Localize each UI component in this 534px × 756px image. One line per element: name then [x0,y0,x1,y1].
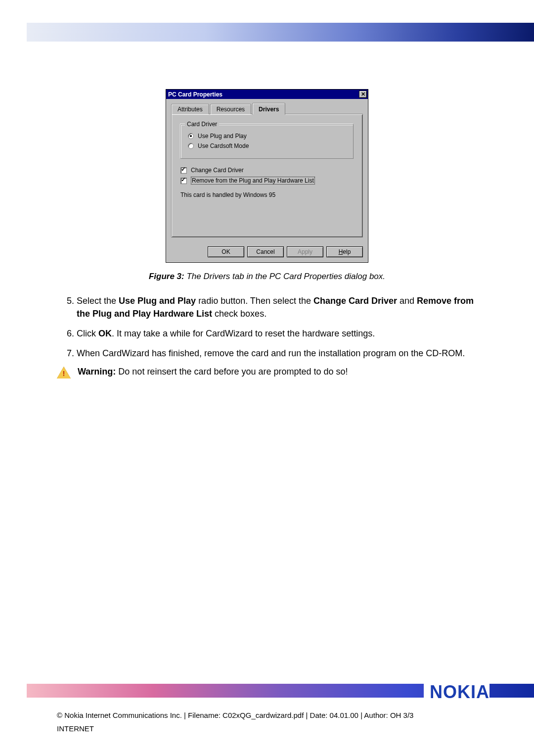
tab-attributes[interactable]: Attributes [171,104,209,114]
instruction-list: Select the Use Plug and Play radio butto… [57,294,477,360]
checkbox-icon [180,167,187,174]
warning-icon [57,367,71,379]
checkbox-label: Change Card Driver [191,167,244,174]
radio-label: Use Cardsoft Mode [198,142,249,149]
close-icon[interactable]: ✕ [359,91,367,98]
tab-panel-drivers: Card Driver Use Plug and Play Use Cardso… [171,114,363,237]
ok-button[interactable]: OK [208,246,244,257]
figure-caption: Figure 3: The Drivers tab in the PC Card… [57,272,477,282]
dialog-title: PC Card Properties [168,91,222,98]
group-legend: Card Driver [185,121,219,128]
step-7: When CardWizard has finished, remove the… [77,347,477,360]
radio-icon [188,133,194,139]
pc-card-properties-dialog: PC Card Properties ✕ Attributes Resource… [166,89,368,263]
apply-button[interactable]: Apply [287,246,323,257]
radio-plug-and-play[interactable]: Use Plug and Play [188,133,346,140]
figure-label: Figure 3: [149,272,184,281]
tab-strip: Attributes Resources Drivers [171,103,363,114]
footer-line-1: © Nokia Internet Communications Inc. | F… [57,709,490,722]
check-change-card-driver[interactable]: Change Card Driver [180,167,354,174]
dialog-titlebar: PC Card Properties ✕ [166,90,368,99]
help-button[interactable]: Help [326,246,363,257]
radio-cardsoft-mode[interactable]: Use Cardsoft Mode [188,142,346,149]
status-text: This card is handled by Windows 95 [180,191,354,198]
cancel-button[interactable]: Cancel [247,246,284,257]
dialog-body: Attributes Resources Drivers Card Driver… [166,99,368,242]
dialog-button-row: OK Cancel Apply Help [166,242,368,262]
radio-icon [188,143,194,149]
card-driver-group: Card Driver Use Plug and Play Use Cardso… [180,124,354,159]
footer-line-2: INTERNET [57,722,490,735]
radio-label: Use Plug and Play [198,133,247,140]
warning-block: Warning: Do not reinsert the card before… [57,367,477,379]
page-footer: © Nokia Internet Communications Inc. | F… [57,709,490,735]
warning-label: Warning: [78,367,116,377]
figure-text: The Drivers tab in the PC Card Propertie… [186,272,385,281]
step-6: Click OK. It may take a while for CardWi… [77,327,477,340]
checkbox-label: Remove from the Plug and Play Hardware L… [191,177,315,185]
nokia-logo: NOKIA [424,682,490,703]
step-5: Select the Use Plug and Play radio butto… [77,294,477,320]
tab-drivers[interactable]: Drivers [252,103,285,115]
tab-resources[interactable]: Resources [210,104,251,114]
page-content: PC Card Properties ✕ Attributes Resource… [57,74,477,379]
check-remove-pnp-list[interactable]: Remove from the Plug and Play Hardware L… [180,177,354,185]
header-band [27,23,534,42]
warning-body: Do not reinsert the card before you are … [118,367,348,377]
warning-text: Warning: Do not reinsert the card before… [78,367,348,377]
checkbox-icon [180,178,187,184]
